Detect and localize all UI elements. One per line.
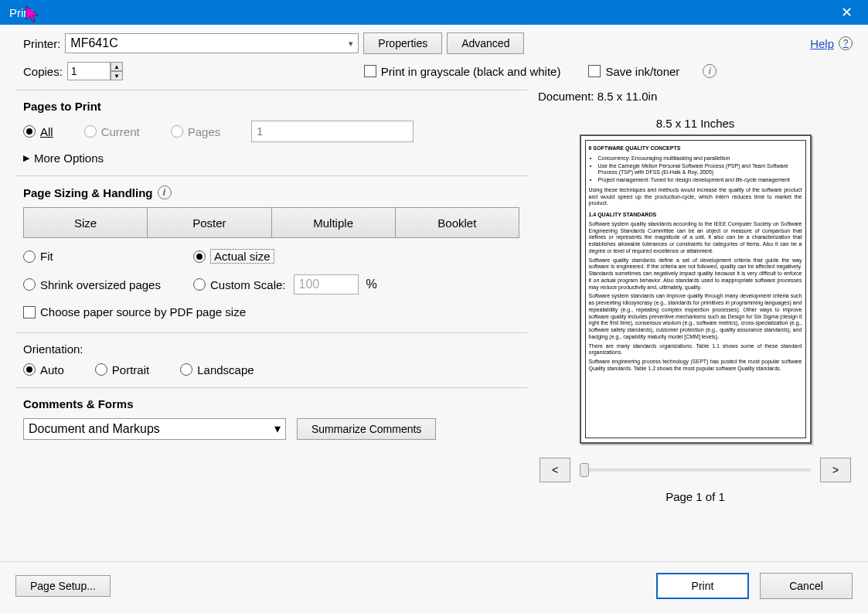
copies-up[interactable]: ▲ [111,62,123,71]
chevron-down-icon: ▾ [349,39,353,49]
slider-thumb[interactable] [580,463,589,477]
pages-to-print-title: Pages to Print [23,100,519,113]
orientation-landscape-radio[interactable]: Landscape [180,363,254,376]
document-size-label: Document: 8.5 x 11.0in [538,90,853,103]
paper-size-label: 8.5 x 11 Inches [538,117,853,130]
comments-select[interactable]: Document and Markups ▾ [23,418,286,440]
window-title: Print [9,6,33,19]
copies-down[interactable]: ▼ [111,71,123,80]
booklet-button[interactable]: Booklet [395,207,519,238]
sizing-title: Page Sizing & Handling [23,186,153,199]
chevron-down-icon: ▾ [274,421,281,436]
help-icon: ? [839,36,853,50]
copies-input[interactable] [67,62,111,80]
fit-radio[interactable]: Fit [23,250,193,263]
orientation-portrait-radio[interactable]: Portrait [95,363,149,376]
triangle-right-icon: ▶ [23,153,29,163]
print-button[interactable]: Print [656,573,749,599]
paper-source-checkbox[interactable]: Choose paper source by PDF page size [23,305,246,318]
actual-size-radio[interactable]: Actual size [193,249,519,264]
help-link[interactable]: Help ? [810,36,853,50]
info-icon[interactable]: i [158,186,172,199]
save-ink-checkbox[interactable]: Save ink/toner [588,65,679,78]
multiple-button[interactable]: Multiple [271,207,395,238]
comments-title: Comments & Forms [23,397,519,410]
custom-scale-radio[interactable]: Custom Scale: [193,278,286,291]
printer-label: Printer: [23,37,60,50]
custom-scale-input[interactable]: 100 [294,274,359,295]
close-icon[interactable]: ✕ [835,1,859,24]
size-button[interactable]: Size [23,207,147,238]
grayscale-checkbox[interactable]: Print in grayscale (black and white) [364,65,561,78]
pages-range-radio[interactable]: Pages [171,125,221,138]
shrink-radio[interactable]: Shrink oversized pages [23,278,193,291]
copies-label: Copies: [23,65,63,78]
summarize-comments-button[interactable]: Summarize Comments [297,418,436,440]
pages-range-input[interactable] [251,121,414,142]
orientation-auto-radio[interactable]: Auto [23,363,64,376]
page-setup-button[interactable]: Page Setup... [15,575,111,597]
next-page-button[interactable]: > [820,458,851,482]
more-options-toggle[interactable]: ▶ More Options [23,152,519,165]
pages-all-radio[interactable]: All [23,125,53,138]
prev-page-button[interactable]: < [540,458,570,482]
poster-button[interactable]: Poster [147,207,271,238]
percent-label: % [366,278,377,291]
page-indicator: Page 1 of 1 [538,490,853,503]
page-slider[interactable] [580,468,811,472]
advanced-button[interactable]: Advanced [447,32,524,54]
cancel-button[interactable]: Cancel [760,573,853,599]
copies-stepper[interactable]: ▲ ▼ [67,62,123,80]
info-icon[interactable]: i [703,64,717,78]
page-preview: 6 SOFTWARE QUALITY CONCEPTS Concurrency:… [580,135,812,444]
printer-value: MF641C [70,36,117,50]
properties-button[interactable]: Properties [363,32,442,54]
pages-current-radio[interactable]: Current [84,125,140,138]
orientation-title: Orientation: [23,342,519,356]
printer-select[interactable]: MF641C ▾ [65,33,359,53]
